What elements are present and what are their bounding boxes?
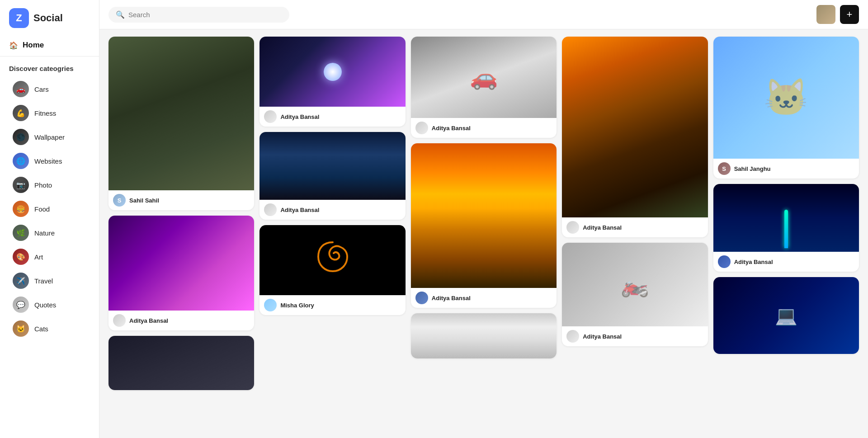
- pin-grid-container: SSahil SahilAditya BansalAditya BansalAd…: [99, 29, 868, 438]
- discover-title: Discover cateogries: [0, 61, 99, 77]
- pin-user-name: Sahil Sahil: [129, 197, 159, 204]
- user-avatar-small: [264, 299, 277, 311]
- sidebar-item-travel[interactable]: ✈️ Travel: [4, 269, 95, 292]
- pin-user-neon-city: Aditya Bansal: [713, 252, 859, 272]
- naruto-symbol-icon: [315, 239, 351, 282]
- cat-label-cars: Cars: [34, 85, 49, 93]
- pin-card-doraemon[interactable]: 🐱SSahil Janghu: [713, 37, 859, 179]
- pin-image-silver-car: 🚗: [411, 37, 557, 118]
- cat-label-travel: Travel: [34, 277, 53, 285]
- pin-user-name: Sahil Janghu: [734, 165, 771, 172]
- sidebar-item-websites[interactable]: 🌐 Websites: [4, 149, 95, 173]
- cat-label-quotes: Quotes: [34, 301, 56, 309]
- pin-image-night-forest: [259, 132, 405, 200]
- sidebar-item-cars[interactable]: 🚗 Cars: [4, 77, 95, 101]
- cat-avatar-cars: 🚗: [13, 81, 29, 97]
- user-avatar[interactable]: [816, 5, 835, 24]
- pin-user-name: Aditya Bansal: [129, 317, 168, 324]
- pin-image-doraemon: 🐱: [713, 37, 859, 159]
- pin-user-motorcycle: Aditya Bansal: [562, 326, 708, 346]
- cat-avatar-art: 🎨: [13, 249, 29, 265]
- app-logo-icon: Z: [9, 8, 29, 28]
- pin-user-sunset-landscape: Aditya Bansal: [411, 288, 557, 308]
- add-button[interactable]: +: [840, 5, 859, 24]
- pin-card-soldier[interactable]: SSahil Sahil: [108, 37, 254, 210]
- app-logo-name: Social: [33, 12, 63, 24]
- pin-card-sunset-landscape[interactable]: Aditya Bansal: [411, 143, 557, 308]
- pin-image-neon-city: [713, 184, 859, 252]
- sidebar-item-fitness[interactable]: 💪 Fitness: [4, 101, 95, 125]
- sidebar-item-photo[interactable]: 📷 Photo: [4, 173, 95, 197]
- pin-user-anime-fighter: Aditya Bansal: [108, 311, 254, 330]
- pin-image-naruto-symbol: [259, 225, 405, 295]
- pin-user-night-forest: Aditya Bansal: [259, 200, 405, 220]
- pin-card-silver-car[interactable]: 🚗Aditya Bansal: [411, 37, 557, 138]
- pin-column-0: SSahil SahilAditya Bansal: [108, 37, 254, 390]
- pin-image-hacker: 💻: [713, 277, 859, 354]
- pin-card-motorcycle[interactable]: 🏍️Aditya Bansal: [562, 243, 708, 346]
- sidebar-item-cats[interactable]: 🐱 Cats: [4, 317, 95, 340]
- cat-avatar-websites: 🌐: [13, 153, 29, 169]
- user-avatar-small: [566, 221, 579, 234]
- sidebar-item-art[interactable]: 🎨 Art: [4, 245, 95, 268]
- pin-user-name: Aditya Bansal: [280, 207, 319, 213]
- sidebar-item-wallpaper[interactable]: 🌑 Wallpaper: [4, 125, 95, 149]
- pin-image-motorcycle: 🏍️: [562, 243, 708, 326]
- cat-avatar-travel: ✈️: [13, 273, 29, 289]
- cat-avatar-fitness: 💪: [13, 105, 29, 121]
- pin-user-soldier: SSahil Sahil: [108, 190, 254, 210]
- pin-image-dark-figure: [108, 336, 254, 390]
- pin-card-neon-city[interactable]: Aditya Bansal: [713, 184, 859, 272]
- pin-user-silver-car: Aditya Bansal: [411, 118, 557, 138]
- nav-home[interactable]: 🏠 Home: [0, 36, 99, 57]
- sidebar: Z Social 🏠 Home Discover cateogries 🚗 Ca…: [0, 0, 99, 438]
- pin-column-2: 🚗Aditya BansalAditya Bansal: [411, 37, 557, 358]
- pin-user-name: Aditya Bansal: [734, 259, 773, 265]
- pin-image-anime-fighter: [108, 216, 254, 311]
- pin-card-night-forest[interactable]: Aditya Bansal: [259, 132, 405, 220]
- user-avatar-small: S: [113, 194, 126, 207]
- cat-label-art: Art: [34, 253, 43, 261]
- pin-user-name: Misha Glory: [280, 302, 314, 309]
- cat-avatar-photo: 📷: [13, 177, 29, 193]
- cat-avatar-nature: 🌿: [13, 225, 29, 241]
- pin-card-anime-fighter[interactable]: Aditya Bansal: [108, 216, 254, 330]
- sidebar-item-food[interactable]: 🍔 Food: [4, 197, 95, 221]
- cat-label-websites: Websites: [34, 157, 62, 165]
- pin-user-name: Aditya Bansal: [432, 295, 471, 301]
- pin-image-anime-eyes: [259, 37, 405, 107]
- cat-avatar-quotes: 💬: [13, 297, 29, 313]
- pin-card-dark-figure[interactable]: [108, 336, 254, 390]
- user-avatar-small: [264, 203, 277, 216]
- search-input[interactable]: [128, 11, 282, 19]
- cat-label-fitness: Fitness: [34, 109, 56, 117]
- pin-user-name: Aditya Bansal: [583, 224, 622, 231]
- topbar: 🔍 +: [99, 0, 868, 29]
- pin-card-sunset-road[interactable]: Aditya Bansal: [562, 37, 708, 237]
- home-icon: 🏠: [9, 41, 18, 50]
- pin-card-hacker[interactable]: 💻: [713, 277, 859, 354]
- cat-avatar-food: 🍔: [13, 201, 29, 217]
- cat-label-food: Food: [34, 205, 50, 213]
- category-list: 🚗 Cars 💪 Fitness 🌑 Wallpaper 🌐 Websites …: [0, 77, 99, 341]
- pin-user-naruto-symbol: Misha Glory: [259, 295, 405, 315]
- sidebar-item-quotes[interactable]: 💬 Quotes: [4, 293, 95, 316]
- logo-area: Z Social: [0, 0, 99, 36]
- pin-image-sunset-road: [562, 37, 708, 217]
- pin-user-sunset-road: Aditya Bansal: [562, 217, 708, 237]
- pin-user-name: Aditya Bansal: [583, 333, 622, 340]
- user-avatar-small: [718, 255, 731, 268]
- sidebar-item-nature[interactable]: 🌿 Nature: [4, 221, 95, 245]
- pin-image-sunset-landscape: [411, 143, 557, 288]
- pin-card-anime-eyes[interactable]: Aditya Bansal: [259, 37, 405, 127]
- pin-card-naruto-symbol[interactable]: Misha Glory: [259, 225, 405, 315]
- cat-label-wallpaper: Wallpaper: [34, 133, 65, 141]
- pin-user-anime-eyes: Aditya Bansal: [259, 107, 405, 127]
- pin-card-anime-hair[interactable]: [411, 313, 557, 358]
- pin-column-4: 🐱SSahil JanghuAditya Bansal💻: [713, 37, 859, 354]
- user-avatar-small: [415, 122, 428, 134]
- user-avatar-small: S: [718, 162, 731, 175]
- cat-label-nature: Nature: [34, 229, 55, 237]
- user-avatar-small: [566, 330, 579, 343]
- home-label: Home: [23, 41, 44, 50]
